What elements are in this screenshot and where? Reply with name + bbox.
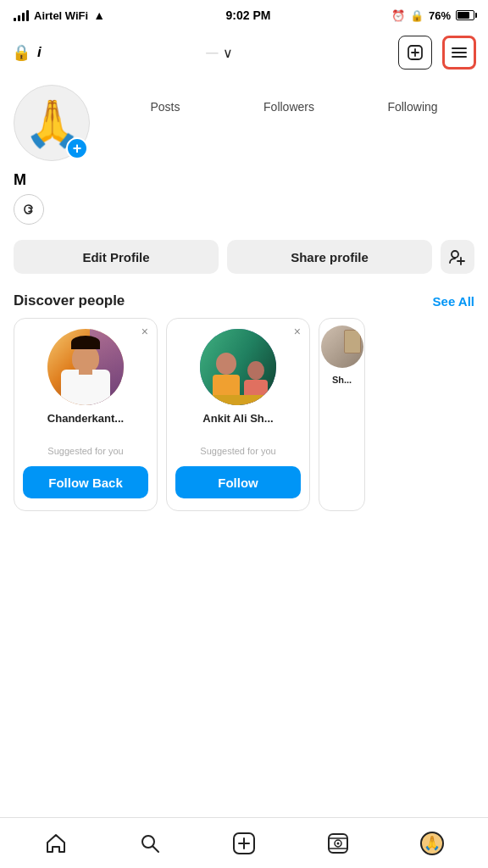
bottom-nav-home[interactable] [8,818,103,868]
threads-icon[interactable] [14,194,44,225]
status-right: ⏰ 🔒 76% [391,9,474,22]
profile-stats: Posts Followers Following [103,85,474,114]
discover-card-2: × Ankit Ali Sh... [166,318,310,511]
card-2-name: Ankit Ali Sh... [202,412,273,439]
card-1-close-icon[interactable]: × [141,326,148,337]
discover-header: Discover people See All [0,281,488,318]
card-2-subtext: Suggested for you [200,446,275,456]
battery-icon [456,10,474,20]
add-suggested-button[interactable] [441,240,474,274]
carrier-label: Airtel WiFi [34,9,88,22]
discover-cards: × Chanderkant... Suggested for you Follo… [0,318,488,511]
wifi-icon: ▲ [93,8,105,22]
card-1-avatar [47,329,124,405]
top-nav: 🔒 i ─ ∨ [0,31,488,75]
username-area[interactable]: ─ ∨ [206,43,233,63]
profile-tab-avatar: 🙏 [420,832,444,855]
see-all-button[interactable]: See All [433,294,474,309]
card-3-name: Sh... [332,375,352,386]
profile-username: M [14,171,26,188]
card-1-name: Chanderkant... [47,412,124,439]
discover-card-1: × Chanderkant... Suggested for you Follo… [14,318,158,511]
svg-point-6 [452,251,458,258]
card-3-avatar [321,326,363,368]
stat-following-label: Following [351,100,474,114]
menu-button[interactable] [442,36,476,70]
bottom-nav-search[interactable] [103,818,197,868]
svg-point-16 [337,842,340,844]
bottom-nav-profile[interactable]: 🙏 [385,818,480,868]
profile-section: 🙏 + Posts Followers Following [0,75,488,168]
battery-percent: 76% [429,9,451,22]
bottom-nav-add[interactable] [197,818,291,868]
alarm-icon: ⏰ [391,9,405,22]
card-1-subtext: Suggested for you [47,446,123,456]
card-2-close-icon[interactable]: × [294,326,301,337]
top-nav-right [398,36,476,70]
chevron-down-icon: ∨ [223,45,233,61]
bottom-nav: 🙏 [0,817,488,868]
lock-icon: 🔒 [12,43,30,62]
card-1-follow-button[interactable]: Follow Back [23,466,148,498]
screen-lock-icon: 🔒 [410,9,424,22]
discover-title: Discover people [14,292,125,309]
top-nav-left: 🔒 i [12,43,42,62]
bottom-nav-reels[interactable] [291,818,385,868]
stat-posts[interactable]: Posts [103,100,227,114]
stat-posts-label: Posts [103,100,227,114]
svg-line-10 [152,846,158,852]
threads-badge[interactable] [0,191,488,233]
share-profile-button[interactable]: Share profile [227,240,432,274]
avatar-add-button[interactable]: + [66,137,88,159]
status-left: Airtel WiFi ▲ [14,8,105,22]
stat-followers-label: Followers [227,100,351,114]
edit-profile-button[interactable]: Edit Profile [14,240,219,274]
signal-icon [14,9,29,21]
card-2-follow-button[interactable]: Follow [175,466,301,498]
stat-followers[interactable]: Followers [227,100,351,114]
status-time: 9:02 PM [226,8,271,22]
status-bar: Airtel WiFi ▲ 9:02 PM ⏰ 🔒 76% [0,0,488,31]
add-post-button[interactable] [398,36,432,70]
nav-username: ─ [206,43,218,63]
stat-following[interactable]: Following [351,100,474,114]
card-2-avatar [200,329,276,405]
action-buttons: Edit Profile Share profile [0,233,488,281]
username-row: M [0,168,488,191]
discover-card-3: Sh... [319,318,365,511]
avatar-wrap[interactable]: 🙏 + [14,85,90,161]
info-icon: i [37,44,42,61]
